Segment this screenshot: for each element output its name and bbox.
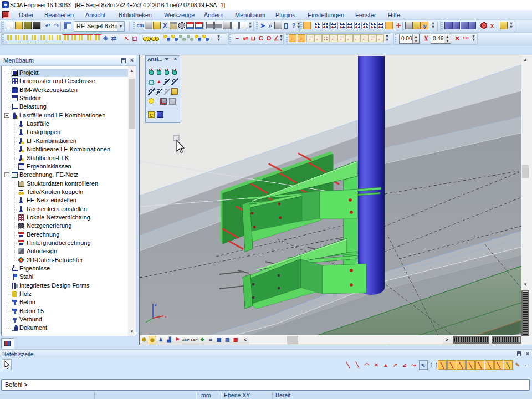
svg-text:z: z <box>155 302 157 307</box>
svg-text:x: x <box>165 314 167 319</box>
